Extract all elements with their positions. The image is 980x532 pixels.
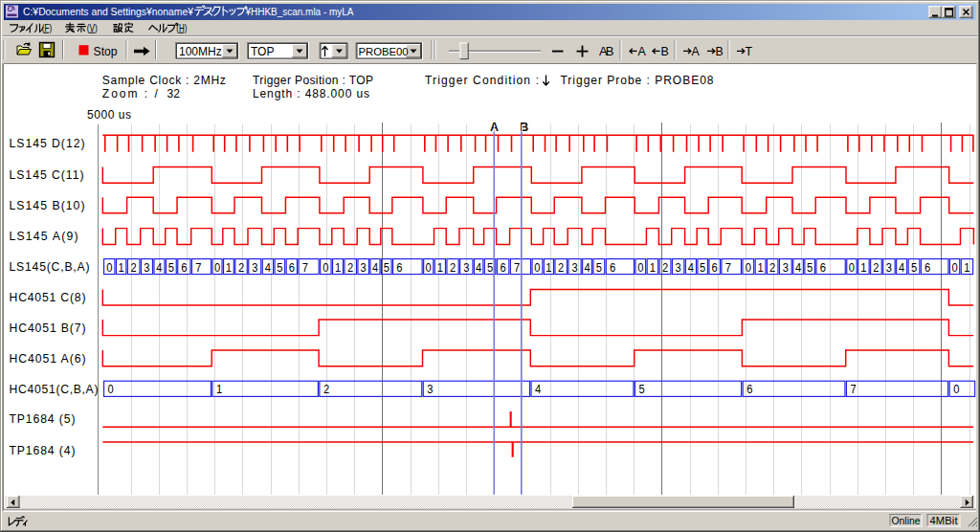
svg-text:Stop: Stop xyxy=(94,45,118,58)
svg-text:7: 7 xyxy=(302,260,308,275)
svg-text:LS145(C,B,A): LS145(C,B,A) xyxy=(10,260,90,274)
svg-text:0: 0 xyxy=(106,260,113,275)
svg-text:0: 0 xyxy=(746,260,752,275)
svg-text:5: 5 xyxy=(911,260,917,275)
svg-text:6: 6 xyxy=(610,260,615,275)
svg-text:0: 0 xyxy=(426,260,433,275)
svg-text:3: 3 xyxy=(252,260,257,275)
svg-text:7: 7 xyxy=(514,260,520,275)
svg-text:LS145 A(9): LS145 A(9) xyxy=(10,230,78,243)
svg-text:HC4051 B(7): HC4051 B(7) xyxy=(10,321,86,335)
svg-text:6: 6 xyxy=(181,260,187,275)
svg-text:LS145 C(11): LS145 C(11) xyxy=(10,168,84,182)
svg-text:3: 3 xyxy=(361,260,367,275)
svg-text:(F): (F) xyxy=(42,22,53,33)
svg-text:1: 1 xyxy=(650,260,656,275)
svg-text:5: 5 xyxy=(487,260,493,275)
svg-text:1: 1 xyxy=(546,260,551,275)
svg-text:Trigger Condition :: Trigger Condition : xyxy=(425,74,539,87)
svg-text:Trigger Position : TOP: Trigger Position : TOP xyxy=(253,74,373,87)
svg-text:1: 1 xyxy=(437,260,443,275)
svg-text:HC4051 A(6): HC4051 A(6) xyxy=(10,352,86,366)
svg-text:5: 5 xyxy=(700,260,705,275)
svg-text:4: 4 xyxy=(372,260,379,275)
svg-text:(V): (V) xyxy=(87,22,98,33)
svg-text:6: 6 xyxy=(746,382,752,396)
svg-text:C:¥Documents and Settings¥nona: C:¥Documents and Settings¥noname¥ xyxy=(23,5,193,17)
svg-text:1: 1 xyxy=(335,260,341,275)
svg-text:5: 5 xyxy=(807,260,813,275)
svg-text:0: 0 xyxy=(323,260,329,275)
svg-text:B: B xyxy=(661,45,669,58)
svg-text:4: 4 xyxy=(584,260,590,275)
svg-text:TOP: TOP xyxy=(251,45,274,58)
svg-text:6: 6 xyxy=(712,260,718,275)
svg-text:3: 3 xyxy=(886,260,892,275)
svg-text:HC4051(C,B,A): HC4051(C,B,A) xyxy=(10,383,99,396)
svg-text:0: 0 xyxy=(637,260,644,275)
svg-text:B: B xyxy=(716,45,724,58)
svg-text:6: 6 xyxy=(501,260,506,275)
svg-text:Online: Online xyxy=(892,515,921,526)
svg-text:7: 7 xyxy=(851,382,857,396)
svg-text:1: 1 xyxy=(964,260,969,275)
svg-text:4: 4 xyxy=(899,260,905,275)
svg-text:32: 32 xyxy=(167,87,181,100)
svg-text:0: 0 xyxy=(534,260,541,275)
svg-text:7: 7 xyxy=(195,260,201,275)
svg-text:Zoom : /: Zoom : / xyxy=(102,87,159,100)
svg-text:6: 6 xyxy=(924,260,930,275)
svg-text:100MHz: 100MHz xyxy=(179,45,222,58)
svg-text:(H): (H) xyxy=(176,22,187,33)
svg-text:4: 4 xyxy=(795,260,802,275)
svg-text:3: 3 xyxy=(676,260,681,275)
svg-text:5: 5 xyxy=(277,260,282,275)
svg-text:2: 2 xyxy=(558,260,564,275)
svg-text:6: 6 xyxy=(396,260,402,275)
svg-text:0: 0 xyxy=(952,260,959,275)
svg-text:TP1684 (5): TP1684 (5) xyxy=(10,412,76,426)
svg-text:5: 5 xyxy=(596,260,602,275)
svg-text:5: 5 xyxy=(168,260,174,275)
svg-text:2: 2 xyxy=(769,260,775,275)
svg-text:2: 2 xyxy=(347,260,353,275)
svg-text:5: 5 xyxy=(639,382,645,396)
svg-text:3: 3 xyxy=(427,382,433,396)
svg-text:6: 6 xyxy=(289,260,295,275)
svg-text:HC4051 C(8): HC4051 C(8) xyxy=(10,291,86,304)
svg-text:5: 5 xyxy=(384,260,390,275)
svg-text:¥HHKB_scan.mla - myLA: ¥HHKB_scan.mla - myLA xyxy=(245,5,354,17)
svg-text:0: 0 xyxy=(953,382,960,396)
svg-text:2: 2 xyxy=(662,260,668,275)
svg-text:4: 4 xyxy=(688,260,695,275)
svg-text:0: 0 xyxy=(108,382,115,396)
svg-text:Length : 488.000 us: Length : 488.000 us xyxy=(253,87,369,100)
svg-text:4: 4 xyxy=(476,260,482,275)
svg-text:4: 4 xyxy=(535,382,542,396)
svg-text:2: 2 xyxy=(450,260,456,275)
svg-text:2: 2 xyxy=(131,260,137,275)
svg-text:3: 3 xyxy=(144,260,149,275)
svg-text:2: 2 xyxy=(238,260,244,275)
svg-text:1: 1 xyxy=(119,260,124,275)
svg-text:4: 4 xyxy=(156,260,163,275)
svg-text:1: 1 xyxy=(860,260,866,275)
svg-text:T: T xyxy=(746,45,753,58)
svg-text:3: 3 xyxy=(571,260,577,275)
svg-text:2: 2 xyxy=(323,382,329,396)
svg-text:3: 3 xyxy=(783,260,789,275)
svg-text:3: 3 xyxy=(463,260,469,275)
svg-text:A: A xyxy=(638,45,647,58)
svg-text:LS145 D(12): LS145 D(12) xyxy=(10,137,85,150)
svg-text:PROBE00: PROBE00 xyxy=(359,46,409,57)
svg-text:A: A xyxy=(692,45,701,58)
svg-text:5000 us: 5000 us xyxy=(87,108,131,122)
svg-text:4MBit: 4MBit xyxy=(930,515,959,526)
svg-text:0: 0 xyxy=(849,260,856,275)
svg-text:AB: AB xyxy=(599,44,614,58)
svg-text:1: 1 xyxy=(226,260,232,275)
svg-text:0: 0 xyxy=(214,260,221,275)
svg-text:6: 6 xyxy=(820,260,826,275)
svg-text:2: 2 xyxy=(873,260,879,275)
svg-text:1: 1 xyxy=(216,382,222,396)
